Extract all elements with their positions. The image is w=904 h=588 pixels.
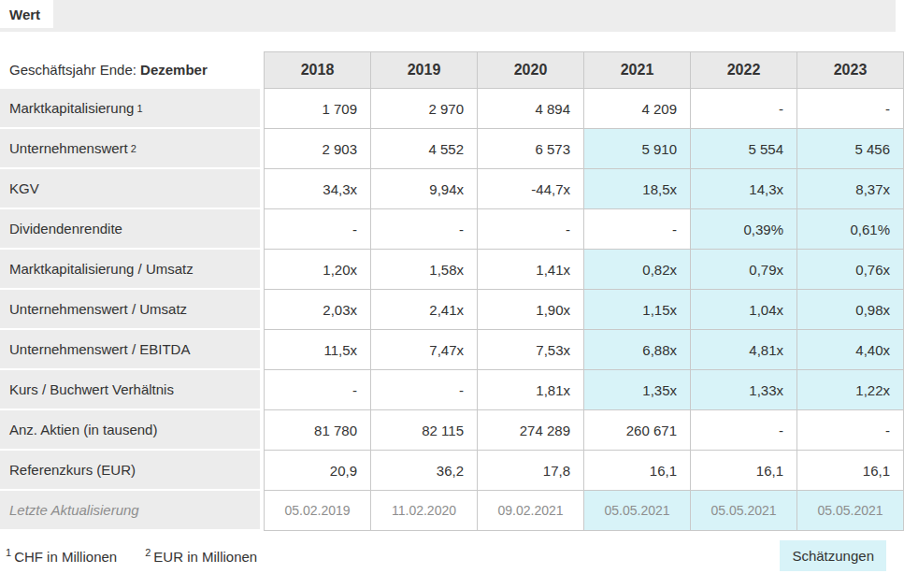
row-label: Unternehmenswert / EBITDA <box>0 330 260 370</box>
table-row: Unternehmenswert / EBITDA11,5x7,47x7,53x… <box>0 330 904 370</box>
row-label: Unternehmenswert2 <box>0 129 260 169</box>
year-header: 2023 <box>796 51 904 89</box>
valuation-table: Geschäftsjahr Ende: Dezember 20182019202… <box>0 51 904 531</box>
estimate-cell: 0,61% <box>796 209 904 250</box>
value-cell: - <box>370 370 477 410</box>
value-cell: 17,8 <box>477 451 583 491</box>
estimate-cell: 1,22x <box>796 370 904 410</box>
estimate-cell: 1,04x <box>690 290 796 330</box>
value-cell: - <box>264 209 370 250</box>
estimate-cell: 0,79x <box>690 250 796 290</box>
table-row: Referenzkurs (EUR)20,936,217,816,116,116… <box>0 451 904 491</box>
year-header: 2019 <box>370 51 477 89</box>
table-header-row: Geschäftsjahr Ende: Dezember 20182019202… <box>0 51 904 89</box>
year-header: 2020 <box>477 51 583 89</box>
value-cell: 1 709 <box>264 89 370 129</box>
year-header: 2018 <box>264 51 370 89</box>
estimate-cell: 4,81x <box>690 330 796 370</box>
estimate-cell: 0,98x <box>796 290 904 330</box>
value-cell: 16,1 <box>583 451 690 491</box>
value-cell: 1,41x <box>477 250 583 290</box>
value-cell: 2,41x <box>370 290 477 330</box>
estimate-cell: 1,33x <box>690 370 796 410</box>
estimate-cell: 0,39% <box>690 209 796 250</box>
estimate-cell: 05.05.2021 <box>796 491 904 531</box>
value-cell: 7,47x <box>370 330 477 370</box>
estimate-cell: 5 910 <box>583 129 690 169</box>
year-header: 2022 <box>690 51 796 89</box>
value-cell: 05.02.2019 <box>264 491 370 531</box>
row-label: Marktkapitalisierung1 <box>0 89 260 129</box>
estimate-cell: 18,5x <box>583 169 690 209</box>
page: Wert Geschäftsjahr Ende: Dezember 201820… <box>0 0 904 571</box>
footnote-eur: 2EUR in Millionen <box>145 547 257 565</box>
year-header: 2021 <box>583 51 690 89</box>
value-cell: - <box>690 410 796 451</box>
value-cell: 36,2 <box>370 451 477 491</box>
section-tabbar: Wert <box>0 0 896 32</box>
table-row: KGV34,3x9,94x-44,7x18,5x14,3x8,37x <box>0 169 904 209</box>
row-label: Dividendenrendite <box>0 209 260 250</box>
footnote-chf: 1CHF in Millionen <box>6 547 117 565</box>
value-cell: 1,81x <box>477 370 583 410</box>
value-cell: 1,58x <box>370 250 477 290</box>
value-cell: - <box>583 209 690 250</box>
value-cell: 9,94x <box>370 169 477 209</box>
estimate-cell: 0,82x <box>583 250 690 290</box>
estimates-badge: Schätzungen <box>780 540 886 571</box>
tab-wert[interactable]: Wert <box>0 0 53 28</box>
value-cell: - <box>264 370 370 410</box>
row-label: Anz. Aktien (in tausend) <box>0 410 260 451</box>
value-cell: - <box>796 410 904 451</box>
value-cell: 16,1 <box>690 451 796 491</box>
value-cell: 2 970 <box>370 89 477 129</box>
value-cell: 4 552 <box>370 129 477 169</box>
estimate-cell: 1,35x <box>583 370 690 410</box>
table-row: Letzte Aktualisierung05.02.201911.02.202… <box>0 491 904 531</box>
fiscal-year-prefix: Geschäftsjahr Ende: <box>9 62 136 78</box>
estimate-cell: 4,40x <box>796 330 904 370</box>
value-cell: 2 903 <box>264 129 370 169</box>
value-cell: - <box>690 89 796 129</box>
value-cell: 20,9 <box>264 451 370 491</box>
estimate-cell: 1,15x <box>583 290 690 330</box>
estimate-cell: 6,88x <box>583 330 690 370</box>
value-cell: 7,53x <box>477 330 583 370</box>
value-cell: -44,7x <box>477 169 583 209</box>
value-cell: 82 115 <box>370 410 477 451</box>
estimate-cell: 5 456 <box>796 129 904 169</box>
row-label: Referenzkurs (EUR) <box>0 451 260 491</box>
value-cell: - <box>477 209 583 250</box>
table-row: Marktkapitalisierung11 7092 9704 8944 20… <box>0 89 904 129</box>
value-cell: 1,20x <box>264 250 370 290</box>
tab-wert-label: Wert <box>9 7 40 22</box>
estimate-cell: 5 554 <box>690 129 796 169</box>
value-cell: 34,3x <box>264 169 370 209</box>
value-cell: 4 894 <box>477 89 583 129</box>
table-row: Kurs / Buchwert Verhältnis--1,81x1,35x1,… <box>0 370 904 410</box>
footnote-chf-sup: 1 <box>6 547 11 558</box>
fiscal-year-end-label: Geschäftsjahr Ende: Dezember <box>0 51 260 89</box>
value-cell: 2,03x <box>264 290 370 330</box>
value-cell: 16,1 <box>796 451 904 491</box>
value-cell: 1,90x <box>477 290 583 330</box>
table-row: Unternehmenswert / Umsatz2,03x2,41x1,90x… <box>0 290 904 330</box>
value-cell: 6 573 <box>477 129 583 169</box>
estimate-cell: 14,3x <box>690 169 796 209</box>
table-row: Unternehmenswert22 9034 5526 5735 9105 5… <box>0 129 904 169</box>
value-cell: - <box>370 209 477 250</box>
footnote-eur-text: EUR in Millionen <box>153 549 257 565</box>
value-cell: 11.02.2020 <box>370 491 477 531</box>
value-cell: 81 780 <box>264 410 370 451</box>
value-cell: 11,5x <box>264 330 370 370</box>
table-row: Anz. Aktien (in tausend)81 78082 115274 … <box>0 410 904 451</box>
estimate-cell: 8,37x <box>796 169 904 209</box>
estimate-cell: 0,76x <box>796 250 904 290</box>
estimate-cell: 05.05.2021 <box>690 491 796 531</box>
fiscal-year-month: Dezember <box>140 62 208 78</box>
footnotes: 1CHF in Millionen 2EUR in Millionen <box>6 547 257 565</box>
row-label: Unternehmenswert / Umsatz <box>0 290 260 330</box>
row-label: Letzte Aktualisierung <box>0 491 260 531</box>
table-body: Marktkapitalisierung11 7092 9704 8944 20… <box>0 89 904 531</box>
value-cell: - <box>796 89 904 129</box>
